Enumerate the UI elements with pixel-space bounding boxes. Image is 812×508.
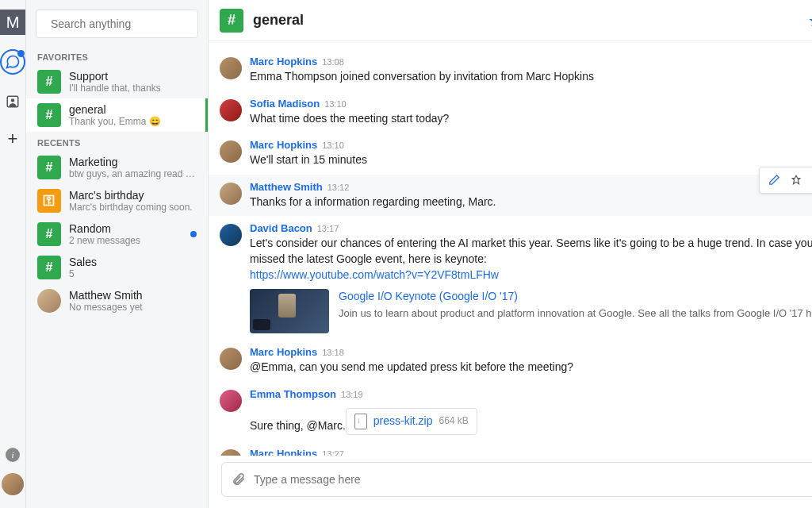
message-avatar <box>220 348 242 370</box>
edit-icon[interactable] <box>763 171 785 190</box>
unread-dot-icon <box>17 50 25 57</box>
star-icon[interactable]: ★ <box>808 11 812 30</box>
app-logo: M <box>0 10 25 35</box>
message-avatar <box>220 449 242 456</box>
message-row: Marc Hopkins13:18@Emma, can you send me … <box>220 340 812 382</box>
message-author[interactable]: Marc Hopkins <box>250 346 317 358</box>
channel-item-fav-0[interactable]: #SupportI'll handle that, thanks <box>26 65 208 98</box>
current-user-avatar[interactable] <box>2 473 24 495</box>
message-avatar <box>220 140 242 163</box>
message-time: 13:10 <box>322 140 344 150</box>
hash-icon: # <box>37 256 61 279</box>
message-time: 13:18 <box>322 348 344 357</box>
hash-icon: # <box>37 70 61 94</box>
link-embed[interactable]: Google I/O Keynote (Google I/O '17)Join … <box>250 289 812 333</box>
embed-title: Google I/O Keynote (Google I/O '17) <box>339 289 812 305</box>
channel-preview: 5 <box>69 268 197 279</box>
message-time: 13:19 <box>341 390 363 399</box>
channel-preview: No messages yet <box>69 302 197 313</box>
channel-preview: I'll handle that, thanks <box>69 83 197 94</box>
sidebar: FAVORITES #SupportI'll handle that, than… <box>26 0 209 508</box>
message-author[interactable]: Sofia Madison <box>250 98 320 110</box>
message-text: Let's consider our chances of entering t… <box>250 236 812 333</box>
channel-preview: btw guys, an amazing read on … <box>69 168 197 179</box>
message-author[interactable]: Marc Hopkins <box>250 448 317 456</box>
channel-hash-icon: # <box>220 9 243 33</box>
message-time: 13:10 <box>324 99 347 109</box>
add-button[interactable]: + <box>8 129 18 149</box>
message-composer[interactable] <box>221 462 812 497</box>
message-row: Marc Hopkins13:10We'll start in 15 minut… <box>220 133 812 175</box>
channel-name: Marketing <box>69 156 197 168</box>
message-author[interactable]: Marc Hopkins <box>250 139 317 151</box>
message-row: Emma Thompson13:19Sure thing, @Marc.pres… <box>220 382 812 441</box>
search-field[interactable] <box>51 17 190 30</box>
message-time: 13:08 <box>322 57 344 67</box>
file-icon <box>354 414 367 429</box>
avatar-icon <box>37 289 61 313</box>
message-list: Marc Hopkins13:08Emma Thompson joined co… <box>209 41 812 456</box>
message-author[interactable]: Matthew Smith <box>250 181 323 193</box>
channel-item-rec-0[interactable]: #Marketingbtw guys, an amazing read on … <box>26 151 208 184</box>
message-text: What time does the meeting start today? <box>250 111 812 127</box>
contacts-tab[interactable] <box>0 89 25 114</box>
message-author[interactable]: Marc Hopkins <box>250 56 317 67</box>
message-author[interactable]: David Bacon <box>250 222 312 234</box>
main-panel: # general ★ Marc Hopkins13:08Emma Thomps… <box>209 0 812 508</box>
channel-name: Marc's birthday <box>69 189 197 202</box>
pin-icon[interactable] <box>785 171 807 190</box>
channel-name: Matthew Smith <box>69 289 197 302</box>
attach-icon[interactable] <box>232 472 246 487</box>
chat-tab[interactable] <box>0 49 25 75</box>
share-icon[interactable] <box>807 171 812 190</box>
channel-name: Support <box>69 70 197 83</box>
channel-preview: Marc's birthday coming soon. <box>69 202 197 213</box>
message-time: 13:27 <box>322 449 344 456</box>
file-attachment[interactable]: press-kit.zip664 kB <box>346 408 477 435</box>
message-avatar <box>220 57 242 79</box>
channel-name: Random <box>69 222 197 235</box>
message-row: Sofia Madison13:10What time does the mee… <box>220 91 812 133</box>
message-author[interactable]: Emma Thompson <box>250 388 336 400</box>
search-input[interactable] <box>36 10 198 38</box>
message-text: Sure thing, @Marc.press-kit.zip664 kB <box>250 402 812 435</box>
channel-name: general <box>69 103 197 116</box>
message-text: Emma Thompson joined conversation by inv… <box>250 69 812 85</box>
channel-item-rec-3[interactable]: #Sales5 <box>26 251 208 284</box>
message-avatar <box>220 390 242 412</box>
unread-indicator <box>190 231 197 237</box>
channel-item-rec-2[interactable]: #Random2 new messages <box>26 217 208 251</box>
hash-icon: # <box>37 156 61 179</box>
composer-input[interactable] <box>254 473 809 486</box>
embed-description: Join us to learn about product and platf… <box>339 306 812 321</box>
message-row: Marc Hopkins13:27Thank you, Emma 😄 <box>220 441 812 456</box>
message-time: 13:12 <box>327 183 350 192</box>
channel-name: Sales <box>69 256 197 268</box>
info-icon[interactable]: i <box>6 448 20 462</box>
channel-item-rec-1[interactable]: ⚿Marc's birthdayMarc's birthday coming s… <box>26 184 208 217</box>
message-avatar <box>220 224 242 246</box>
message-row: David Bacon13:17Let's consider our chanc… <box>220 216 812 340</box>
channel-item-fav-1[interactable]: #generalThank you, Emma 😄 <box>26 98 208 132</box>
message-avatar <box>220 183 242 205</box>
channel-title: general <box>253 12 304 29</box>
key-icon: ⚿ <box>37 189 61 213</box>
message-time: 13:17 <box>317 224 339 233</box>
message-link[interactable]: https://www.youtube.com/watch?v=Y2VF8tmL… <box>250 268 499 281</box>
embed-thumbnail <box>250 289 329 333</box>
message-text: @Emma, can you send me updated press kit… <box>250 360 812 375</box>
channel-preview: Thank you, Emma 😄 <box>69 116 197 127</box>
hash-icon: # <box>37 222 61 246</box>
nav-rail: M + i <box>0 0 26 508</box>
hash-icon: # <box>37 103 61 127</box>
channel-item-rec-4[interactable]: Matthew SmithNo messages yet <box>26 284 208 318</box>
svg-point-1 <box>11 98 15 102</box>
file-name: press-kit.zip <box>373 414 433 429</box>
channel-header: # general ★ <box>209 0 812 41</box>
message-row: Matthew Smith13:12Thanks for a informati… <box>209 175 812 217</box>
favorites-header: FAVORITES <box>26 46 208 65</box>
message-text: Thanks for a information regarding meeti… <box>250 194 812 210</box>
message-avatar <box>220 99 242 121</box>
channel-preview: 2 new messages <box>69 235 197 246</box>
message-text: We'll start in 15 minutes <box>250 152 812 168</box>
